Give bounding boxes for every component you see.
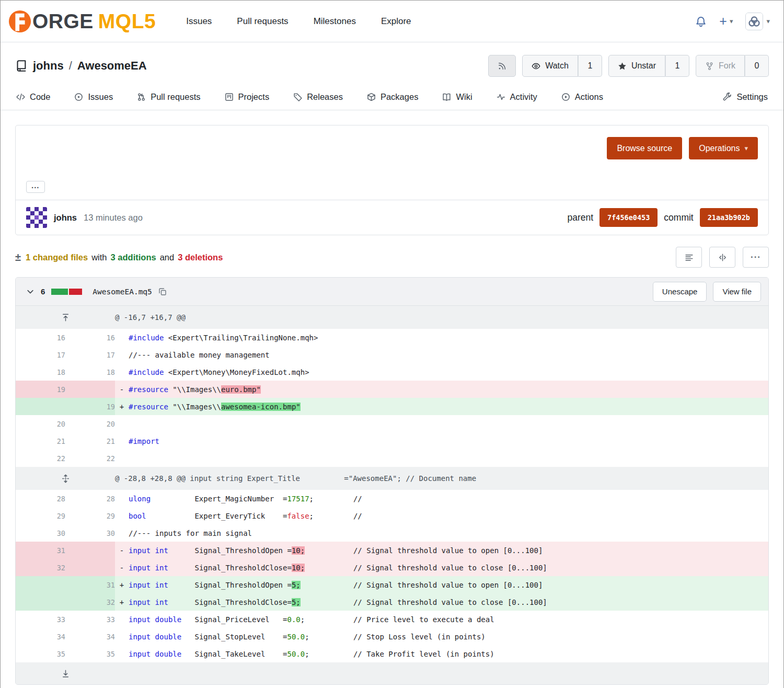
repo-name-link[interactable]: AwesomeEA	[77, 59, 147, 73]
browse-source-button[interactable]: Browse source	[607, 137, 682, 159]
tab-pull-requests[interactable]: Pull requests	[137, 92, 200, 102]
line-number-new[interactable]	[65, 542, 115, 559]
line-number-new[interactable]: 29	[65, 507, 115, 524]
line-number-old[interactable]: 28	[16, 490, 65, 507]
hunk-header-text: @ -28,8 +28,8 @@ input string Expert_Tit…	[115, 467, 768, 490]
hunk-header-text	[115, 662, 768, 684]
commit-actions: Browse source Operations ▾	[607, 137, 758, 159]
line-number-old[interactable]: 31	[16, 542, 65, 559]
split-view-button[interactable]	[709, 247, 735, 268]
line-number-new[interactable]: 33	[65, 611, 115, 628]
parent-label: parent	[567, 212, 593, 223]
rss-feed-button[interactable]	[488, 55, 516, 77]
repo-owner-link[interactable]: johns	[33, 59, 64, 73]
line-number-old[interactable]: 32	[16, 559, 65, 576]
line-number-old[interactable]: 35	[16, 645, 65, 662]
nav-item-milestones[interactable]: Milestones	[314, 16, 356, 27]
line-number-old[interactable]	[16, 593, 65, 611]
user-menu[interactable]: ▾	[745, 13, 770, 30]
diff-filename[interactable]: AwesomeEA.mq5	[93, 288, 152, 296]
tab-activity[interactable]: Activity	[497, 92, 537, 102]
tab-actions[interactable]: Actions	[561, 92, 603, 102]
project-icon	[225, 93, 234, 101]
line-number-old[interactable]: 30	[16, 524, 65, 542]
operations-label: Operations	[699, 144, 740, 153]
line-number-old[interactable]: 33	[16, 611, 65, 628]
line-number-old[interactable]: 34	[16, 628, 65, 645]
diff-options-kebab-button[interactable]: ···	[743, 247, 769, 268]
code-line: //--- inputs for main signal	[115, 524, 768, 542]
line-number-new[interactable]: 19	[65, 398, 115, 415]
line-number-old[interactable]: 16	[16, 329, 65, 346]
forks-count[interactable]: 0	[745, 55, 769, 77]
diff-row-del: 31-input int Signal_ThresholdOpen =10; /…	[16, 542, 768, 559]
tab-issues[interactable]: Issues	[74, 92, 113, 102]
line-number-new[interactable]: 20	[65, 415, 115, 432]
commit-time: 13 minutes ago	[84, 213, 143, 223]
line-number-new[interactable]: 31	[65, 576, 115, 593]
line-number-new[interactable]: 28	[65, 490, 115, 507]
line-number-old[interactable]: 20	[16, 415, 65, 432]
line-number-new[interactable]: 17	[65, 346, 115, 363]
line-number-new[interactable]	[65, 559, 115, 576]
line-number-new[interactable]	[65, 381, 115, 398]
line-number-new[interactable]: 35	[65, 645, 115, 662]
tab-releases[interactable]: Releases	[293, 92, 343, 102]
fork-button[interactable]: Fork	[696, 55, 745, 77]
line-number-new[interactable]: 32	[65, 593, 115, 611]
line-number-old[interactable]: 17	[16, 346, 65, 363]
package-icon	[367, 93, 376, 101]
file-tree-toggle-button[interactable]	[676, 247, 702, 268]
copy-filename-icon[interactable]	[158, 288, 167, 296]
diff-row-del: 19-#resource "\\Images\\euro.bmp"	[16, 381, 768, 398]
nav-item-explore[interactable]: Explore	[381, 16, 411, 27]
tab-settings[interactable]: Settings	[723, 92, 768, 102]
line-number-new[interactable]: 30	[65, 524, 115, 542]
expand-down-icon[interactable]	[16, 662, 115, 684]
line-number-old[interactable]	[16, 576, 65, 593]
line-number-new[interactable]: 16	[65, 329, 115, 346]
view-file-button[interactable]: View file	[713, 282, 761, 302]
tab-wiki[interactable]: Wiki	[442, 92, 472, 102]
notifications-bell-icon[interactable]	[695, 16, 707, 27]
expand-commit-message-button[interactable]: ...	[26, 181, 45, 193]
line-number-old[interactable]: 18	[16, 363, 65, 381]
repo-actions: Watch 1 Unstar 1 Fork 0	[488, 55, 769, 77]
collapse-file-chevron-icon[interactable]	[26, 288, 34, 296]
line-number-old[interactable]: 29	[16, 507, 65, 524]
nav-item-issues[interactable]: Issues	[186, 16, 212, 27]
site-logo[interactable]: ORGE MQL5	[8, 9, 156, 33]
create-new-button[interactable]: + ▾	[719, 15, 733, 28]
expand-both-icon[interactable]	[16, 467, 115, 490]
line-number-old[interactable]: 19	[16, 381, 65, 398]
code-line: -input int Signal_ThresholdOpen =10; // …	[115, 542, 768, 559]
operations-dropdown-button[interactable]: Operations ▾	[689, 137, 758, 159]
watch-button[interactable]: Watch	[522, 55, 578, 77]
unstar-button[interactable]: Unstar	[608, 55, 665, 77]
line-number-new[interactable]: 21	[65, 432, 115, 450]
line-number-new[interactable]: 22	[65, 450, 115, 467]
watchers-count[interactable]: 1	[578, 55, 602, 77]
stars-count[interactable]: 1	[665, 55, 689, 77]
author-name-link[interactable]: johns	[54, 213, 77, 223]
code-line: //--- available money management	[115, 346, 768, 363]
diff-file-header: 6 AwesomeEA.mq5 Unescape View file	[16, 278, 768, 306]
parent-hash-button[interactable]: 7f456e0453	[599, 208, 658, 227]
unescape-button[interactable]: Unescape	[653, 282, 707, 302]
expand-up-icon[interactable]	[16, 306, 115, 329]
line-number-old[interactable]	[16, 398, 65, 415]
line-number-new[interactable]: 34	[65, 628, 115, 645]
diff-row-ctx: 1717//--- available money management	[16, 346, 768, 363]
tab-code[interactable]: Code	[16, 92, 50, 102]
commit-hash-button[interactable]: 21aa3b902b	[700, 208, 758, 227]
nav-item-pull-requests[interactable]: Pull requests	[237, 16, 288, 27]
line-number-old[interactable]: 21	[16, 432, 65, 450]
code-line: input double Signal_TakeLevel =50.0; // …	[115, 645, 768, 662]
line-number-new[interactable]: 18	[65, 363, 115, 381]
tab-packages[interactable]: Packages	[367, 92, 418, 102]
line-number-old[interactable]: 22	[16, 450, 65, 467]
tab-projects[interactable]: Projects	[225, 92, 270, 102]
diff-row-ctx: 3535input double Signal_TakeLevel =50.0;…	[16, 645, 768, 662]
code-line: input double Signal_PriceLevel =0.0; // …	[115, 611, 768, 628]
commit-hashes: parent 7f456e0453 commit 21aa3b902b	[567, 208, 758, 227]
